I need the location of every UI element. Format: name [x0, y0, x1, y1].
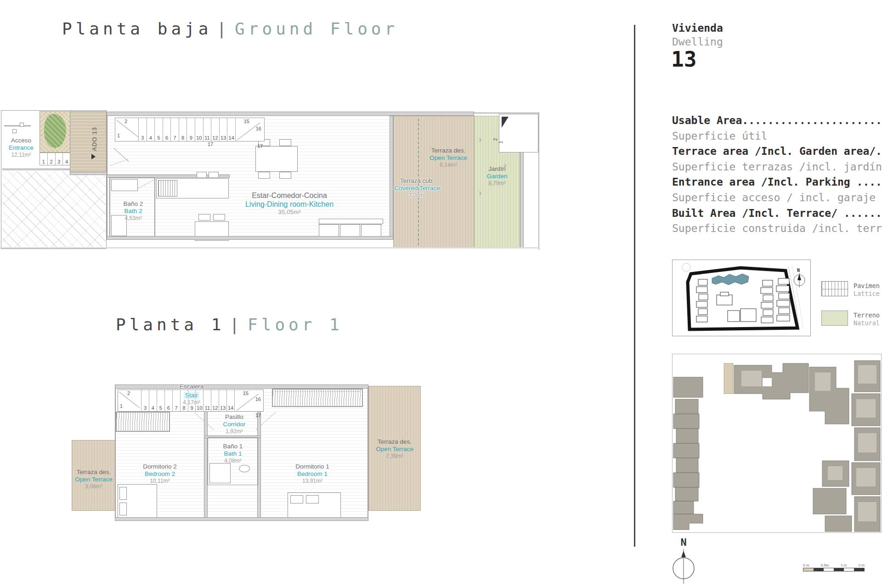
entry-step-number: 4	[63, 153, 70, 165]
dwelling-label-es: Vivienda	[672, 22, 723, 34]
room-label-covered-terrace: Terraza cub. Covered Terrace 3,08m²	[390, 177, 445, 199]
ground-floor-plan: 1234 Acceso Entrance 12,11m² ADO 13 3456…	[0, 105, 542, 252]
stair-step-number: 15	[244, 119, 249, 124]
sofa-back	[319, 219, 383, 224]
stair-step-number: 7	[171, 118, 179, 141]
rear-step-number: 1	[498, 141, 503, 144]
stair-step-number: 15	[243, 390, 249, 396]
room-area: 4,17m²	[162, 399, 221, 406]
room-name-es: Jardín	[476, 165, 518, 173]
room-name-en: Open Terrace	[370, 446, 419, 453]
room-name-en: Living-Dining room-Kitchen	[243, 200, 336, 209]
room-label-bedroom2: Dormitorio 2 Bedroom 2 10,11m²	[132, 463, 187, 485]
room-name-es: Terraza des.	[73, 469, 115, 476]
room-label-living: Estar-Comedor-Cocina Living-Dining room-…	[243, 191, 336, 216]
room-name-es: Terraza cub.	[390, 177, 445, 185]
stair-step-number: 17	[257, 143, 263, 149]
room-area: 35,05m²	[243, 209, 336, 216]
room-area: 7,39m²	[370, 453, 419, 459]
plant-icon	[44, 114, 66, 148]
room-label-corridor: Pasillo Corridor 1,92m²	[209, 413, 259, 435]
scale-label: 0 m	[803, 563, 809, 567]
washbasin	[239, 465, 250, 472]
stair-step-number: 10	[195, 118, 204, 141]
stair-step-number: 2	[124, 119, 127, 124]
spec-line-bold: Usable Area.............................…	[672, 113, 882, 129]
dining-chair	[279, 172, 291, 179]
room-label-bedroom1: Dormitorio 1 Bedroom 1 13,91m²	[284, 463, 341, 485]
room-area: 4,08m²	[209, 458, 256, 464]
room-area: 10,11m²	[132, 478, 187, 484]
room-name-en: Bedroom 1	[284, 470, 341, 478]
stair-step-number: 4	[147, 118, 155, 141]
north-compass-icon: N	[672, 537, 695, 587]
room-label-open-terrace: Terraza des. Open Terrace 8,14m²	[422, 147, 475, 169]
dwelling-label-en: Dwelling	[672, 36, 723, 48]
room-name-en: Corridor	[209, 421, 259, 428]
scale-label: 0,5m	[821, 563, 829, 567]
stair-step-number: 8	[179, 118, 187, 141]
pillow	[290, 495, 303, 503]
site-location-map: N	[672, 260, 811, 336]
room-name-en: Open Terrace	[422, 154, 475, 162]
room-name-es: Pasillo	[209, 413, 259, 421]
gate-symbol	[4, 125, 31, 126]
stair-step-number: 16	[255, 396, 261, 402]
stair-step-number: 11	[204, 118, 212, 141]
room-name-es: Escalera	[162, 383, 221, 390]
room-name-es: Estar-Comedor-Cocina	[243, 191, 336, 200]
legend-label-es: Terreno	[854, 311, 880, 319]
title-en: Ground Floor	[235, 19, 398, 38]
room-name-en: Bath 1	[209, 450, 256, 458]
spec-line-light: Superficie útil	[672, 129, 882, 144]
dining-table	[255, 146, 298, 172]
stair-step-number: 1	[120, 403, 123, 409]
room-label-stair: Escalera Stair 4,17m²	[162, 383, 221, 406]
room-area: 3,08m²	[390, 192, 445, 198]
legend-label-en: Lattice	[854, 290, 880, 297]
wardrobe	[116, 412, 170, 432]
vanity	[111, 179, 138, 191]
entry-fixture	[20, 123, 24, 127]
floor1-title: Planta 1|Floor 1	[116, 315, 343, 334]
room-name-en: Garden	[476, 173, 518, 180]
stair-step-number: 4	[149, 390, 157, 411]
spec-line-light: Superficie acceso / incl. garaje	[672, 190, 882, 206]
pillow	[119, 487, 127, 500]
room-name-en: Covered Terrace	[390, 185, 445, 192]
stair-step-number: 9	[187, 118, 195, 141]
spec-line-bold: Built Area /Incl. Terrace/ .............…	[672, 206, 882, 221]
room-name-en: Stair	[184, 392, 199, 399]
direction-arrow-icon	[91, 154, 96, 159]
north-label: N	[672, 537, 695, 548]
natural-ground-swatch	[821, 311, 848, 326]
room-name-es: Terraza des.	[370, 438, 419, 446]
entry-step-number: 1	[40, 153, 48, 165]
room-label-terrace-left: Terraza des. Open Terrace 3,06m²	[73, 469, 115, 490]
area-spec-list: Usable Area.............................…	[672, 113, 882, 237]
ado-label: ADO 13	[91, 127, 98, 151]
stair-step-number: 6	[163, 118, 171, 141]
north-compass-icon: N	[794, 268, 805, 288]
dining-chair	[258, 172, 270, 179]
floor-plan-sheet: Planta baja|Ground Floor Planta 1|Floor …	[0, 0, 882, 588]
scale-label: 1 m	[841, 563, 847, 567]
stair-step-number: 12	[211, 118, 220, 141]
room-area: 3,06m²	[73, 483, 115, 490]
legend-item-natural: Terreno Natural	[821, 311, 882, 329]
room-area: 8,14m²	[422, 162, 475, 168]
kitchen-sink	[158, 180, 177, 197]
title-es: Planta 1	[116, 315, 225, 334]
dining-chair	[279, 139, 291, 146]
hob	[209, 172, 219, 178]
floor1-plan: Terraza des. Open Terrace 3,06m² 3456789…	[0, 381, 542, 528]
direction-chevron-icon: ›	[479, 187, 482, 198]
stair-step-number: 1	[117, 133, 120, 138]
room-name-es: Terraza des.	[422, 147, 475, 154]
stair-step-number: 3	[139, 118, 147, 141]
room-name-es: Dormitorio 1	[284, 463, 341, 470]
highlighted-building	[712, 274, 749, 285]
development-site-plan	[672, 354, 882, 533]
spec-line-light: Superficie construida /incl. terraza/	[672, 221, 882, 237]
rear-step-number: 2	[493, 138, 498, 141]
